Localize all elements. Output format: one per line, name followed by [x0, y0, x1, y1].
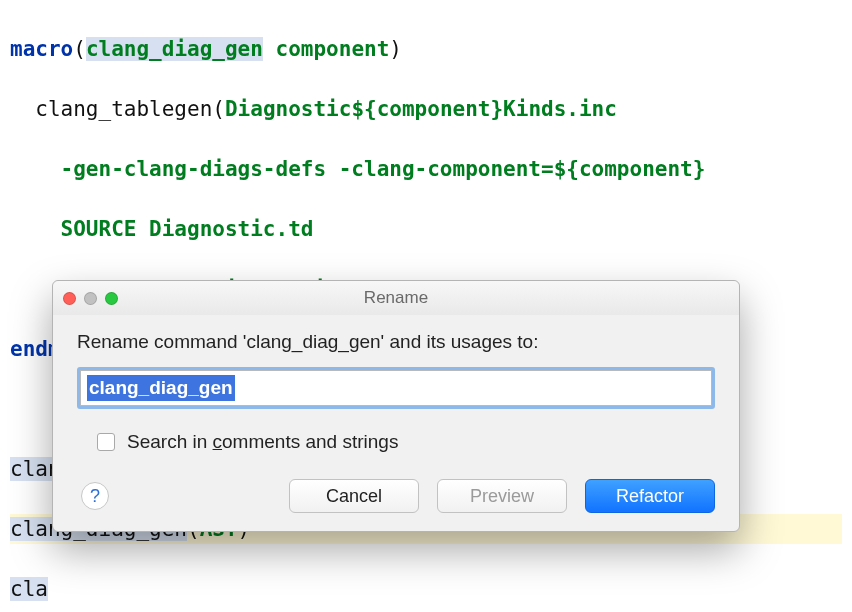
close-icon[interactable] — [63, 292, 76, 305]
rename-input-wrap: clang_diag_gen — [77, 367, 715, 409]
minimize-icon[interactable] — [84, 292, 97, 305]
code-line: clang_tablegen(Diagnostic${component}Kin… — [10, 94, 842, 124]
dialog-title: Rename — [53, 288, 739, 308]
rename-input[interactable]: clang_diag_gen — [80, 370, 712, 406]
code-line: macro(clang_diag_gen component) — [10, 34, 842, 64]
code-line: SOURCE Diagnostic.td — [10, 214, 842, 244]
dialog-body: Rename command 'clang_diag_gen' and its … — [53, 315, 739, 531]
preview-button[interactable]: Preview — [437, 479, 567, 513]
checkbox-label: Search in comments and strings — [127, 431, 398, 453]
code-line: -gen-clang-diags-defs -clang-component=$… — [10, 154, 842, 184]
refactor-button[interactable]: Refactor — [585, 479, 715, 513]
checkbox-icon[interactable] — [97, 433, 115, 451]
search-comments-checkbox[interactable]: Search in comments and strings — [97, 431, 715, 453]
dialog-button-row: ? Cancel Preview Refactor — [77, 479, 715, 513]
macro-name: clang_diag_gen — [86, 37, 263, 61]
dialog-message: Rename command 'clang_diag_gen' and its … — [77, 331, 715, 353]
cancel-button[interactable]: Cancel — [289, 479, 419, 513]
code-line: cla — [10, 574, 842, 604]
rename-dialog: Rename Rename command 'clang_diag_gen' a… — [52, 280, 740, 532]
help-button[interactable]: ? — [81, 482, 109, 510]
dialog-titlebar[interactable]: Rename — [53, 281, 739, 315]
keyword-macro: macro — [10, 37, 73, 61]
maximize-icon[interactable] — [105, 292, 118, 305]
window-controls — [63, 292, 118, 305]
